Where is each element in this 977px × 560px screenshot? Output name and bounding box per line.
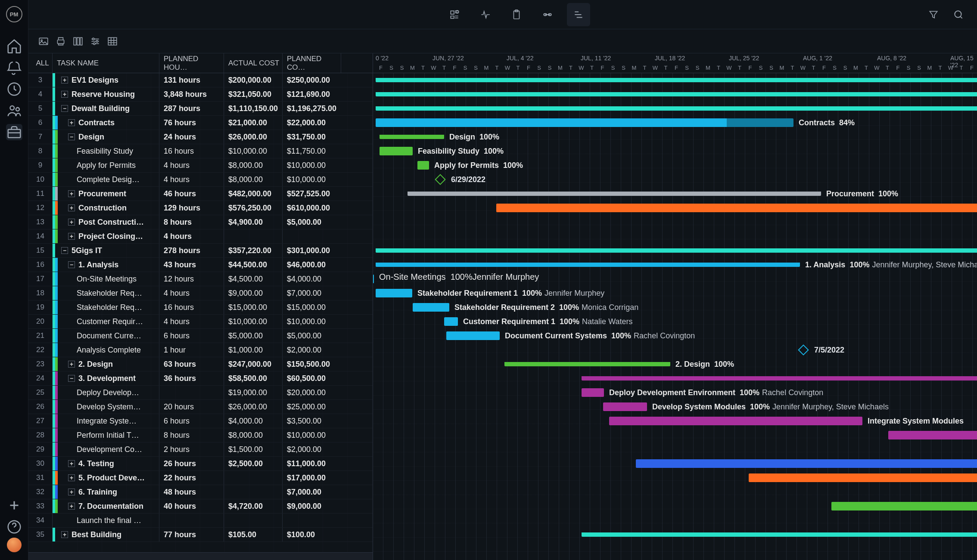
expand-toggle[interactable]: − xyxy=(68,375,75,382)
table-row[interactable]: 32 +6. Training 48 hours $7,000.00 xyxy=(28,485,373,499)
milestone-diamond[interactable] xyxy=(435,174,445,185)
clock-icon[interactable] xyxy=(6,81,22,97)
app-logo[interactable]: PM xyxy=(6,6,22,22)
table-row[interactable]: 7 −Design 24 hours $26,000.00 $31,750.00 xyxy=(28,130,373,144)
expand-toggle[interactable]: + xyxy=(68,361,75,368)
help-icon[interactable] xyxy=(6,519,22,535)
gantt-row[interactable] xyxy=(373,514,977,528)
gantt-row[interactable]: Contracts 84% xyxy=(373,116,977,130)
table-row[interactable]: 11 +Procurement 46 hours $482,000.00 $52… xyxy=(28,187,373,201)
gantt-row[interactable]: Design 100% xyxy=(373,130,977,144)
activity-icon[interactable] xyxy=(474,3,497,26)
gantt-bar[interactable] xyxy=(376,248,977,253)
gantt-bar[interactable] xyxy=(749,473,977,482)
notifications-icon[interactable] xyxy=(6,59,22,76)
gantt-view-icon[interactable] xyxy=(567,3,590,26)
gantt-row[interactable]: Stakeholder Requirement 2 100%Monica Cor… xyxy=(373,300,977,315)
gantt-bar[interactable] xyxy=(376,106,977,111)
gantt-bar[interactable]: Develop System Modules 100%Jennifer Murp… xyxy=(603,402,647,411)
home-icon[interactable] xyxy=(6,38,22,54)
table-row[interactable]: 6 +Contracts 76 hours $21,000.00 $22,000… xyxy=(28,116,373,130)
gantt-bar[interactable] xyxy=(582,376,977,381)
expand-toggle[interactable]: − xyxy=(61,247,68,254)
col-all[interactable]: ALL xyxy=(28,53,53,73)
table-row[interactable]: 26 Develop System… 20 hours $26,000.00 $… xyxy=(28,400,373,414)
columns-icon[interactable] xyxy=(72,36,84,47)
expand-toggle[interactable]: + xyxy=(68,190,75,197)
gantt-row[interactable] xyxy=(373,102,977,116)
gantt-bar[interactable]: Document Current Systems 100%Rachel Covi… xyxy=(446,331,500,340)
table-row[interactable]: 18 Stakeholder Req… 4 hours $9,000.00 $7… xyxy=(28,286,373,300)
table-row[interactable]: 15 −5Gigs IT 278 hours $357,220.00 $301,… xyxy=(28,244,373,258)
milestone-diamond[interactable] xyxy=(798,344,809,355)
clipboard-icon[interactable] xyxy=(505,3,528,26)
gantt-row[interactable] xyxy=(373,73,977,87)
gantt-row[interactable]: Develop System Modules 100%Jennifer Murp… xyxy=(373,400,977,414)
gantt-row[interactable]: 2. Design 100% xyxy=(373,357,977,371)
table-row[interactable]: 31 +5. Product Develop… 22 hours $17,000… xyxy=(28,471,373,485)
gantt-bar[interactable] xyxy=(582,532,977,537)
table-row[interactable]: 33 +7. Documentation 40 hours $4,720.00 … xyxy=(28,499,373,514)
expand-toggle[interactable]: + xyxy=(68,503,75,510)
expand-toggle[interactable]: − xyxy=(61,105,68,112)
link-icon[interactable] xyxy=(536,3,559,26)
grid-icon[interactable] xyxy=(107,36,118,47)
table-row[interactable]: 3 +EV1 Designs 131 hours $200,000.00 $25… xyxy=(28,73,373,87)
expand-toggle[interactable]: − xyxy=(68,133,75,140)
expand-toggle[interactable]: + xyxy=(68,489,75,495)
search-icon[interactable] xyxy=(952,8,965,21)
add-icon[interactable] xyxy=(6,497,22,514)
gantt-bar[interactable] xyxy=(373,275,374,283)
table-row[interactable]: 22 Analysis Complete 1 hour $1,000.00 $2… xyxy=(28,343,373,357)
table-row[interactable]: 17 On-Site Meetings 12 hours $4,500.00 $… xyxy=(28,272,373,286)
gantt-row[interactable]: 1. Analysis 100%Jennifer Murphey, Steve … xyxy=(373,258,977,272)
table-row[interactable]: 8 Feasibility Study 16 hours $10,000.00 … xyxy=(28,144,373,158)
expand-toggle[interactable]: + xyxy=(61,91,68,98)
gantt-bar[interactable]: Contracts 84% xyxy=(376,118,793,127)
user-avatar[interactable] xyxy=(7,538,22,552)
gantt-bar[interactable]: Feasibility Study 100% xyxy=(380,147,413,155)
gantt-row[interactable] xyxy=(373,201,977,215)
expand-toggle[interactable]: + xyxy=(68,119,75,126)
table-row[interactable]: 9 Apply for Permits 4 hours $8,000.00 $1… xyxy=(28,158,373,173)
table-row[interactable]: 20 Customer Requir… 4 hours $10,000.00 $… xyxy=(28,315,373,329)
gantt-row[interactable]: Integrate System Modules xyxy=(373,414,977,428)
expand-toggle[interactable]: + xyxy=(61,77,68,84)
gantt-row[interactable] xyxy=(373,244,977,258)
horizontal-scrollbar[interactable] xyxy=(28,552,373,560)
gantt-row[interactable]: Per xyxy=(373,428,977,442)
table-row[interactable]: 4 +Reserve Housing 3,848 hours $321,050.… xyxy=(28,87,373,102)
gantt-row[interactable] xyxy=(373,371,977,386)
gantt-row[interactable]: Feasibility Study 100% xyxy=(373,144,977,158)
gantt-row[interactable]: Apply for Permits 100% xyxy=(373,158,977,173)
gantt-bar[interactable]: Customer Requirement 1 100%Natalie Water… xyxy=(444,317,458,326)
table-row[interactable]: 5 −Dewalt Building 287 hours $1,110,150.… xyxy=(28,102,373,116)
gantt-row[interactable] xyxy=(373,457,977,471)
col-task-name[interactable]: TASK NAME xyxy=(53,53,159,73)
table-row[interactable]: 30 +4. Testing 26 hours $2,500.00 $11,00… xyxy=(28,457,373,471)
expand-toggle[interactable]: + xyxy=(68,474,75,481)
gantt-bar[interactable]: Design 100% xyxy=(380,135,444,139)
table-row[interactable]: 19 Stakeholder Req… 16 hours $15,000.00 … xyxy=(28,300,373,315)
gantt-row[interactable] xyxy=(373,471,977,485)
table-row[interactable]: 27 Integrate Syste… 6 hours $4,000.00 $3… xyxy=(28,414,373,428)
gantt-row[interactable]: Procurement 100% xyxy=(373,187,977,201)
gantt-row[interactable]: Customer Requirement 1 100%Natalie Water… xyxy=(373,315,977,329)
gantt-bar[interactable]: Integrate System Modules xyxy=(609,417,862,425)
gantt-row[interactable] xyxy=(373,442,977,457)
expand-toggle[interactable]: + xyxy=(68,219,75,226)
gantt-bar[interactable]: Stakeholder Requirement 1 100%Jennifer M… xyxy=(376,289,412,297)
expand-toggle[interactable]: + xyxy=(68,233,75,240)
gantt-bar[interactable]: 2. Design 100% xyxy=(504,362,670,366)
col-planned-hours[interactable]: PLANNED HOU… xyxy=(159,53,224,73)
table-row[interactable]: 23 +2. Design 63 hours $247,000.00 $150,… xyxy=(28,357,373,371)
table-row[interactable]: 28 Perform Initial T… 8 hours $8,000.00 … xyxy=(28,428,373,442)
gantt-row[interactable] xyxy=(373,499,977,514)
gantt-bar[interactable] xyxy=(376,92,977,96)
gantt-bar[interactable]: Apply for Permits 100% xyxy=(417,161,429,170)
table-row[interactable]: 24 −3. Development 36 hours $58,500.00 $… xyxy=(28,371,373,386)
gantt-row[interactable]: Deploy Development Environment 100%Rache… xyxy=(373,386,977,400)
expand-toggle[interactable]: − xyxy=(68,261,75,268)
gantt-bar[interactable]: Per xyxy=(888,431,977,439)
table-row[interactable]: 13 +Post Construction 8 hours $4,900.00 … xyxy=(28,215,373,229)
